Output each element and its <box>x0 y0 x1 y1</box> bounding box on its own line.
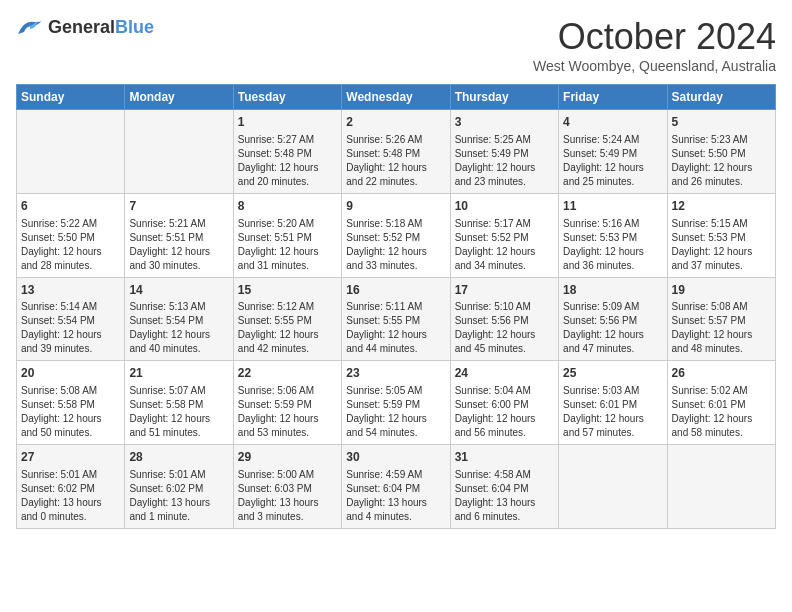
logo-bird-icon <box>16 16 44 38</box>
calendar-cell <box>559 445 667 529</box>
day-number: 4 <box>563 114 662 131</box>
title-area: October 2024 West Woombye, Queensland, A… <box>533 16 776 74</box>
day-number: 24 <box>455 365 554 382</box>
calendar-cell: 26Sunrise: 5:02 AM Sunset: 6:01 PM Dayli… <box>667 361 775 445</box>
location-title: West Woombye, Queensland, Australia <box>533 58 776 74</box>
day-info: Sunrise: 5:08 AM Sunset: 5:58 PM Dayligh… <box>21 384 120 440</box>
calendar-cell: 22Sunrise: 5:06 AM Sunset: 5:59 PM Dayli… <box>233 361 341 445</box>
calendar-cell: 2Sunrise: 5:26 AM Sunset: 5:48 PM Daylig… <box>342 110 450 194</box>
calendar-cell: 15Sunrise: 5:12 AM Sunset: 5:55 PM Dayli… <box>233 277 341 361</box>
day-number: 26 <box>672 365 771 382</box>
logo-text: GeneralBlue <box>48 17 154 38</box>
day-info: Sunrise: 5:26 AM Sunset: 5:48 PM Dayligh… <box>346 133 445 189</box>
month-title: October 2024 <box>533 16 776 58</box>
calendar-cell: 3Sunrise: 5:25 AM Sunset: 5:49 PM Daylig… <box>450 110 558 194</box>
day-number: 16 <box>346 282 445 299</box>
day-number: 5 <box>672 114 771 131</box>
day-number: 8 <box>238 198 337 215</box>
day-info: Sunrise: 5:01 AM Sunset: 6:02 PM Dayligh… <box>21 468 120 524</box>
header-saturday: Saturday <box>667 85 775 110</box>
header-friday: Friday <box>559 85 667 110</box>
day-number: 11 <box>563 198 662 215</box>
calendar-cell: 5Sunrise: 5:23 AM Sunset: 5:50 PM Daylig… <box>667 110 775 194</box>
calendar-cell: 6Sunrise: 5:22 AM Sunset: 5:50 PM Daylig… <box>17 193 125 277</box>
calendar-cell <box>17 110 125 194</box>
calendar-table: SundayMondayTuesdayWednesdayThursdayFrid… <box>16 84 776 529</box>
day-info: Sunrise: 5:02 AM Sunset: 6:01 PM Dayligh… <box>672 384 771 440</box>
calendar-cell: 7Sunrise: 5:21 AM Sunset: 5:51 PM Daylig… <box>125 193 233 277</box>
day-info: Sunrise: 5:23 AM Sunset: 5:50 PM Dayligh… <box>672 133 771 189</box>
day-number: 15 <box>238 282 337 299</box>
logo-blue: Blue <box>115 17 154 37</box>
day-number: 10 <box>455 198 554 215</box>
day-info: Sunrise: 5:11 AM Sunset: 5:55 PM Dayligh… <box>346 300 445 356</box>
day-number: 18 <box>563 282 662 299</box>
day-info: Sunrise: 4:59 AM Sunset: 6:04 PM Dayligh… <box>346 468 445 524</box>
day-number: 17 <box>455 282 554 299</box>
day-info: Sunrise: 5:00 AM Sunset: 6:03 PM Dayligh… <box>238 468 337 524</box>
day-number: 28 <box>129 449 228 466</box>
day-info: Sunrise: 5:06 AM Sunset: 5:59 PM Dayligh… <box>238 384 337 440</box>
day-number: 1 <box>238 114 337 131</box>
day-number: 7 <box>129 198 228 215</box>
day-info: Sunrise: 5:20 AM Sunset: 5:51 PM Dayligh… <box>238 217 337 273</box>
header-wednesday: Wednesday <box>342 85 450 110</box>
calendar-cell: 10Sunrise: 5:17 AM Sunset: 5:52 PM Dayli… <box>450 193 558 277</box>
day-number: 20 <box>21 365 120 382</box>
day-info: Sunrise: 5:18 AM Sunset: 5:52 PM Dayligh… <box>346 217 445 273</box>
day-info: Sunrise: 5:01 AM Sunset: 6:02 PM Dayligh… <box>129 468 228 524</box>
week-row-0: 1Sunrise: 5:27 AM Sunset: 5:48 PM Daylig… <box>17 110 776 194</box>
calendar-cell: 11Sunrise: 5:16 AM Sunset: 5:53 PM Dayli… <box>559 193 667 277</box>
header-monday: Monday <box>125 85 233 110</box>
day-number: 30 <box>346 449 445 466</box>
day-info: Sunrise: 5:14 AM Sunset: 5:54 PM Dayligh… <box>21 300 120 356</box>
calendar-cell: 4Sunrise: 5:24 AM Sunset: 5:49 PM Daylig… <box>559 110 667 194</box>
day-info: Sunrise: 5:07 AM Sunset: 5:58 PM Dayligh… <box>129 384 228 440</box>
day-number: 19 <box>672 282 771 299</box>
day-info: Sunrise: 5:08 AM Sunset: 5:57 PM Dayligh… <box>672 300 771 356</box>
day-info: Sunrise: 5:24 AM Sunset: 5:49 PM Dayligh… <box>563 133 662 189</box>
day-info: Sunrise: 5:22 AM Sunset: 5:50 PM Dayligh… <box>21 217 120 273</box>
calendar-cell: 9Sunrise: 5:18 AM Sunset: 5:52 PM Daylig… <box>342 193 450 277</box>
day-number: 12 <box>672 198 771 215</box>
calendar-cell: 20Sunrise: 5:08 AM Sunset: 5:58 PM Dayli… <box>17 361 125 445</box>
day-info: Sunrise: 5:04 AM Sunset: 6:00 PM Dayligh… <box>455 384 554 440</box>
calendar-cell: 23Sunrise: 5:05 AM Sunset: 5:59 PM Dayli… <box>342 361 450 445</box>
day-number: 6 <box>21 198 120 215</box>
day-info: Sunrise: 5:09 AM Sunset: 5:56 PM Dayligh… <box>563 300 662 356</box>
calendar-cell: 1Sunrise: 5:27 AM Sunset: 5:48 PM Daylig… <box>233 110 341 194</box>
header-tuesday: Tuesday <box>233 85 341 110</box>
calendar-cell: 19Sunrise: 5:08 AM Sunset: 5:57 PM Dayli… <box>667 277 775 361</box>
header-sunday: Sunday <box>17 85 125 110</box>
day-info: Sunrise: 5:05 AM Sunset: 5:59 PM Dayligh… <box>346 384 445 440</box>
calendar-cell: 13Sunrise: 5:14 AM Sunset: 5:54 PM Dayli… <box>17 277 125 361</box>
calendar-cell: 16Sunrise: 5:11 AM Sunset: 5:55 PM Dayli… <box>342 277 450 361</box>
day-number: 2 <box>346 114 445 131</box>
calendar-cell: 31Sunrise: 4:58 AM Sunset: 6:04 PM Dayli… <box>450 445 558 529</box>
header-thursday: Thursday <box>450 85 558 110</box>
calendar-cell: 29Sunrise: 5:00 AM Sunset: 6:03 PM Dayli… <box>233 445 341 529</box>
day-number: 31 <box>455 449 554 466</box>
day-number: 13 <box>21 282 120 299</box>
day-info: Sunrise: 5:12 AM Sunset: 5:55 PM Dayligh… <box>238 300 337 356</box>
calendar-cell: 30Sunrise: 4:59 AM Sunset: 6:04 PM Dayli… <box>342 445 450 529</box>
calendar-cell: 24Sunrise: 5:04 AM Sunset: 6:00 PM Dayli… <box>450 361 558 445</box>
calendar-cell: 27Sunrise: 5:01 AM Sunset: 6:02 PM Dayli… <box>17 445 125 529</box>
calendar-cell: 8Sunrise: 5:20 AM Sunset: 5:51 PM Daylig… <box>233 193 341 277</box>
logo: GeneralBlue <box>16 16 154 38</box>
week-row-1: 6Sunrise: 5:22 AM Sunset: 5:50 PM Daylig… <box>17 193 776 277</box>
week-row-4: 27Sunrise: 5:01 AM Sunset: 6:02 PM Dayli… <box>17 445 776 529</box>
calendar-cell: 21Sunrise: 5:07 AM Sunset: 5:58 PM Dayli… <box>125 361 233 445</box>
week-row-3: 20Sunrise: 5:08 AM Sunset: 5:58 PM Dayli… <box>17 361 776 445</box>
calendar-cell <box>667 445 775 529</box>
calendar-cell: 17Sunrise: 5:10 AM Sunset: 5:56 PM Dayli… <box>450 277 558 361</box>
day-info: Sunrise: 5:15 AM Sunset: 5:53 PM Dayligh… <box>672 217 771 273</box>
calendar-cell: 12Sunrise: 5:15 AM Sunset: 5:53 PM Dayli… <box>667 193 775 277</box>
calendar-cell: 28Sunrise: 5:01 AM Sunset: 6:02 PM Dayli… <box>125 445 233 529</box>
header-row: SundayMondayTuesdayWednesdayThursdayFrid… <box>17 85 776 110</box>
day-number: 9 <box>346 198 445 215</box>
day-number: 3 <box>455 114 554 131</box>
calendar-cell <box>125 110 233 194</box>
day-number: 27 <box>21 449 120 466</box>
day-info: Sunrise: 5:16 AM Sunset: 5:53 PM Dayligh… <box>563 217 662 273</box>
